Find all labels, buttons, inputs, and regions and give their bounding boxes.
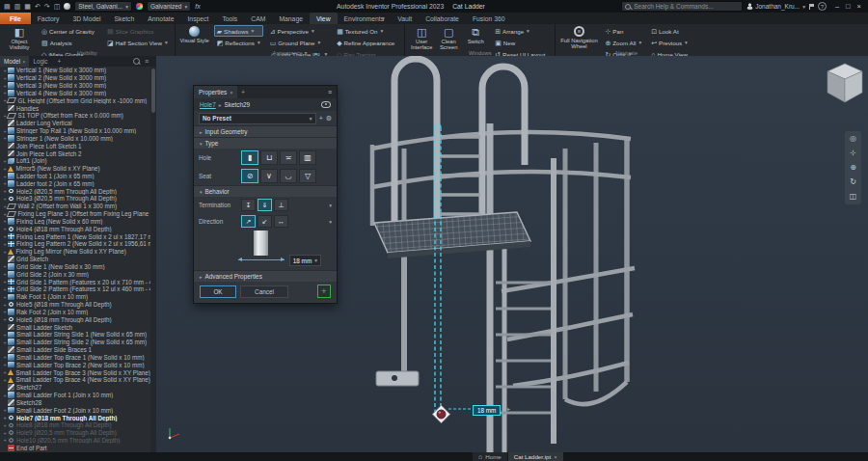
ribbon-tab[interactable]: Vault bbox=[391, 13, 419, 24]
restore-button[interactable]: □ bbox=[846, 3, 851, 11]
tree-item[interactable]: + Small Ladder Foot 2 (Join x 10 mm) bbox=[0, 406, 150, 414]
tree-item[interactable]: + Small Ladder Top Brace 4 (New Solid x … bbox=[0, 376, 150, 384]
nav-tool-icon[interactable]: ⊹ bbox=[850, 149, 856, 157]
parameters-fx-icon[interactable]: fx bbox=[195, 3, 200, 10]
chevron-down-icon[interactable]: ▾ bbox=[329, 219, 332, 225]
seat-type-option[interactable]: ▽ bbox=[299, 169, 316, 183]
ribbon-tab[interactable]: Factory bbox=[31, 13, 67, 24]
tree-item[interactable]: + Fixing Leg Pattern 1 (New Solid x 2 ul… bbox=[0, 232, 150, 240]
hole-type-option[interactable]: ▥ bbox=[299, 150, 316, 165]
seat-type-option[interactable]: ◡ bbox=[280, 169, 297, 183]
close-icon[interactable]: × bbox=[230, 90, 232, 95]
tree-item[interactable]: + Hole5 (Ø18 mm Through All Depth) bbox=[0, 301, 150, 309]
tree-item[interactable]: Ladder Long Vertical bbox=[0, 120, 150, 127]
tree-item[interactable]: + Ladder foot 1 (Join x 65 mm) bbox=[0, 173, 150, 180]
search-icon[interactable] bbox=[133, 58, 140, 65]
direction-option[interactable]: ↔ bbox=[274, 215, 288, 228]
section-advanced-properties[interactable]: ▸ Advanced Properties bbox=[194, 270, 337, 282]
tree-item[interactable]: Handles bbox=[0, 104, 150, 112]
tree-item[interactable]: + S1 TOP (Offset from Face x 0.000 mm) bbox=[0, 112, 150, 120]
diameter-input[interactable]: 18 mm ▾ bbox=[289, 255, 321, 266]
tree-item[interactable]: + Small Ladder Top Brace 1 (New Solid x … bbox=[0, 353, 150, 361]
feature-link[interactable]: Hole7 bbox=[200, 101, 216, 108]
ribbon-button[interactable]: ▣ New bbox=[492, 37, 551, 48]
tree-item[interactable]: + Ladder foot 2 (Join x 65 mm) bbox=[0, 179, 150, 187]
tree-item[interactable]: + Hole8 (Ø18 mm Through All Depth) bbox=[0, 421, 150, 429]
tree-item[interactable]: + Rak Foot 1 (Join x 10 mm) bbox=[0, 293, 150, 301]
tree-item[interactable]: Sketch28 bbox=[0, 398, 150, 406]
tree-item[interactable]: + Fixing Leg (New Solid x 60 mm) bbox=[0, 218, 150, 226]
ribbon-tab[interactable]: CAM bbox=[244, 13, 272, 24]
section-input-geometry[interactable]: ▸ Input Geometry bbox=[194, 125, 337, 137]
help-icon[interactable]: ? bbox=[818, 2, 827, 11]
view-cube[interactable] bbox=[824, 62, 866, 106]
tree-item[interactable]: + Small Ladder Foot 1 (Join x 10 mm) bbox=[0, 392, 150, 399]
tree-item[interactable]: + Small Ladder Top Brace 3 (New Solid x … bbox=[0, 368, 150, 376]
browser-tab[interactable]: Model × bbox=[0, 56, 29, 67]
tree-item[interactable]: + Hole9 (Ø20,5 mm Through All Depth) bbox=[0, 429, 150, 437]
ribbon-button[interactable]: ⊡ Look At bbox=[648, 25, 693, 37]
tree-item[interactable]: End of Part bbox=[0, 444, 150, 451]
ribbon-button[interactable]: ◎ Center of Gravity bbox=[39, 25, 100, 37]
ribbon-big-button[interactable]: ▢ Clean Screen bbox=[436, 25, 461, 50]
qat-tool-icon[interactable]: ▥ bbox=[14, 3, 21, 10]
properties-tab[interactable]: Properties × bbox=[194, 86, 237, 98]
ribbon-button[interactable]: ▰ Shadows ▾ bbox=[214, 25, 263, 37]
tree-item[interactable]: Sketch27 bbox=[0, 384, 150, 392]
nav-tool-icon[interactable]: ↻ bbox=[850, 178, 856, 186]
tree-item[interactable]: + Mirror5 (New Solid x XY Plane) bbox=[0, 165, 150, 173]
scrollbar-thumb[interactable] bbox=[151, 68, 155, 113]
termination-option[interactable]: ⊥ bbox=[274, 199, 288, 211]
ribbon-tab[interactable]: Manage bbox=[272, 13, 310, 24]
tree-item[interactable]: + Stringer Top Rail 1 (New Solid x 10.00… bbox=[0, 127, 150, 135]
tree-item[interactable]: Join Piece Loft Sketch 2 bbox=[0, 149, 150, 157]
appearance-combo[interactable]: Galvanized ▾ bbox=[147, 1, 191, 12]
minimize-button[interactable]: – bbox=[835, 3, 839, 11]
help-search-input[interactable]: Search Help & Commands... bbox=[621, 1, 743, 12]
ribbon-button[interactable]: ◩ Reflections ▾ bbox=[214, 37, 263, 48]
ribbon-big-button[interactable]: ⧉ Switch bbox=[463, 25, 488, 50]
tree-item[interactable]: + Small Ladder String Side 2 (New Solid … bbox=[0, 339, 150, 346]
ribbon-tab[interactable]: Tools bbox=[215, 13, 244, 24]
nav-tool-icon[interactable]: ⊕ bbox=[850, 164, 856, 172]
ribbon-tab[interactable]: Inspect bbox=[180, 13, 215, 24]
tree-item[interactable]: + Vertical 3 (New Solid x 3000 mm) bbox=[0, 82, 150, 90]
qat-tool-icon[interactable]: ↶ bbox=[35, 3, 41, 10]
ribbon-tab[interactable]: File bbox=[0, 13, 31, 24]
tree-item[interactable]: + Hole7 (Ø18 mm Through All Depth) bbox=[0, 414, 150, 421]
tree-item[interactable]: + Stringer 1 (New Solid x 10.000 mm) bbox=[0, 134, 150, 142]
close-icon[interactable]: × bbox=[22, 59, 25, 65]
termination-option[interactable]: ↧ bbox=[241, 199, 256, 211]
tree-item[interactable]: + Grid Side 2 (Join x 30 mm) bbox=[0, 270, 150, 278]
termination-option[interactable]: ⇓ bbox=[258, 199, 272, 211]
tree-item[interactable]: Small Ladder Sketch bbox=[0, 323, 150, 331]
tree-item[interactable]: + Fixing Leg Mirror (New Solid x XY Plan… bbox=[0, 248, 150, 256]
ribbon-button[interactable]: ↩ Previous ▾ bbox=[648, 37, 693, 48]
material-combo[interactable]: Steel, Galvani... ▾ bbox=[74, 1, 132, 12]
tree-item[interactable]: + Hole4 (Ø18 mm Through All Depth) bbox=[0, 225, 150, 232]
object-visibility-button[interactable]: ◧ Object Visibility bbox=[4, 25, 35, 50]
tree-item[interactable]: + Grid Side 1 Pattern (Features x 20 ul … bbox=[0, 278, 150, 285]
viewport-3d[interactable]: ◎⊹⊕↻◫ 18 mm ▸ Properties × + ≡ Hole7 ▸ S… bbox=[156, 56, 868, 452]
seat-type-option[interactable]: ⊘ bbox=[241, 169, 258, 183]
tree-item[interactable]: + Vertical 2 (New Solid x 3000 mm) bbox=[0, 74, 150, 82]
nav-tool-icon[interactable]: ◫ bbox=[850, 193, 857, 201]
full-navigation-wheel-button[interactable]: Full Navigation Wheel bbox=[559, 25, 598, 49]
qat-tool-icon[interactable]: ↷ bbox=[44, 3, 50, 10]
direction-option[interactable]: ↗ bbox=[241, 215, 256, 228]
nav-tool-icon[interactable]: ◎ bbox=[850, 135, 856, 143]
tree-item[interactable]: + Grid Side 2 Pattern (Features x 12 ul … bbox=[0, 285, 150, 293]
ribbon-button[interactable]: ⊞ Arrange ▾ bbox=[492, 25, 551, 37]
ok-button[interactable]: OK bbox=[200, 285, 236, 298]
tree-item[interactable]: + Small Ladder String Side 1 (New Solid … bbox=[0, 331, 150, 339]
tree-item[interactable]: + Fixing Leg Plane 3 (Offset from Fixing… bbox=[0, 210, 150, 218]
section-type[interactable]: ▾ Type bbox=[194, 137, 337, 149]
tree-item[interactable]: Grid Sketch bbox=[0, 256, 150, 263]
tree-item[interactable]: + Grid Side 1 (New Solid x 30 mm) bbox=[0, 263, 150, 271]
ribbon-tab[interactable]: Sketch bbox=[107, 13, 141, 24]
close-button[interactable]: × bbox=[857, 3, 861, 11]
panel-menu-icon[interactable]: ≡ bbox=[323, 86, 337, 98]
tree-item[interactable]: + Vertical 4 (New Solid x 3000 mm) bbox=[0, 89, 150, 96]
ribbon-button[interactable]: ◪ Half Section View ▾ bbox=[104, 37, 171, 48]
visual-style-button[interactable]: Visual Style bbox=[179, 25, 210, 43]
